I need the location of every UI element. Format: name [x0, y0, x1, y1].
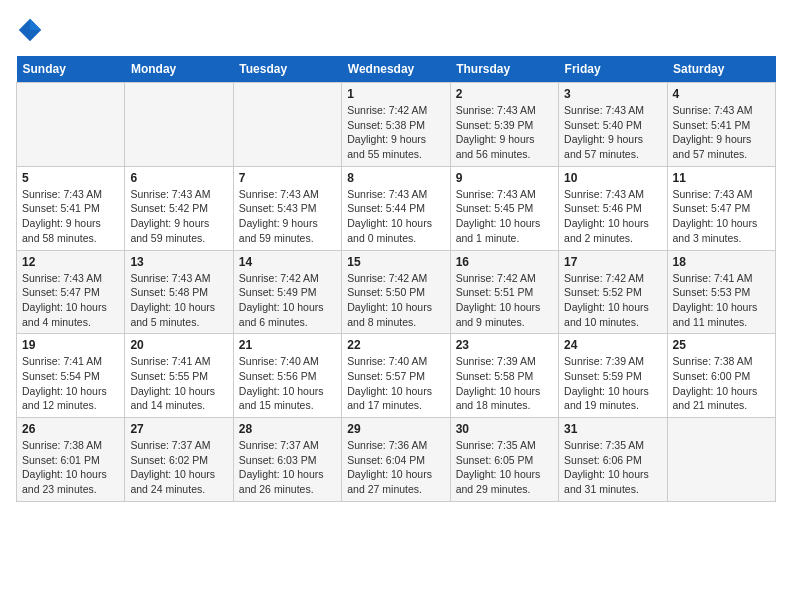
calendar-cell: 24Sunrise: 7:39 AM Sunset: 5:59 PM Dayli…	[559, 334, 667, 418]
day-info: Sunrise: 7:42 AM Sunset: 5:52 PM Dayligh…	[564, 271, 661, 330]
day-info: Sunrise: 7:40 AM Sunset: 5:57 PM Dayligh…	[347, 354, 444, 413]
day-info: Sunrise: 7:43 AM Sunset: 5:48 PM Dayligh…	[130, 271, 227, 330]
logo	[16, 16, 48, 44]
day-info: Sunrise: 7:41 AM Sunset: 5:53 PM Dayligh…	[673, 271, 770, 330]
calendar-header: SundayMondayTuesdayWednesdayThursdayFrid…	[17, 56, 776, 83]
calendar-cell: 10Sunrise: 7:43 AM Sunset: 5:46 PM Dayli…	[559, 166, 667, 250]
calendar-cell	[17, 83, 125, 167]
calendar-cell: 12Sunrise: 7:43 AM Sunset: 5:47 PM Dayli…	[17, 250, 125, 334]
day-info: Sunrise: 7:39 AM Sunset: 5:58 PM Dayligh…	[456, 354, 553, 413]
svg-marker-1	[30, 19, 41, 30]
day-info: Sunrise: 7:43 AM Sunset: 5:45 PM Dayligh…	[456, 187, 553, 246]
day-number: 10	[564, 171, 661, 185]
calendar-cell: 17Sunrise: 7:42 AM Sunset: 5:52 PM Dayli…	[559, 250, 667, 334]
day-info: Sunrise: 7:43 AM Sunset: 5:44 PM Dayligh…	[347, 187, 444, 246]
calendar-cell	[125, 83, 233, 167]
calendar-cell: 25Sunrise: 7:38 AM Sunset: 6:00 PM Dayli…	[667, 334, 775, 418]
day-info: Sunrise: 7:42 AM Sunset: 5:49 PM Dayligh…	[239, 271, 336, 330]
calendar-cell: 22Sunrise: 7:40 AM Sunset: 5:57 PM Dayli…	[342, 334, 450, 418]
day-number: 1	[347, 87, 444, 101]
calendar-cell: 8Sunrise: 7:43 AM Sunset: 5:44 PM Daylig…	[342, 166, 450, 250]
day-number: 22	[347, 338, 444, 352]
calendar-cell: 28Sunrise: 7:37 AM Sunset: 6:03 PM Dayli…	[233, 418, 341, 502]
calendar-cell	[667, 418, 775, 502]
calendar-body: 1Sunrise: 7:42 AM Sunset: 5:38 PM Daylig…	[17, 83, 776, 502]
day-number: 2	[456, 87, 553, 101]
day-info: Sunrise: 7:43 AM Sunset: 5:41 PM Dayligh…	[673, 103, 770, 162]
day-number: 21	[239, 338, 336, 352]
day-number: 4	[673, 87, 770, 101]
day-number: 5	[22, 171, 119, 185]
calendar-cell	[233, 83, 341, 167]
logo-icon	[16, 16, 44, 44]
calendar-cell: 5Sunrise: 7:43 AM Sunset: 5:41 PM Daylig…	[17, 166, 125, 250]
calendar-week-3: 12Sunrise: 7:43 AM Sunset: 5:47 PM Dayli…	[17, 250, 776, 334]
calendar-cell: 16Sunrise: 7:42 AM Sunset: 5:51 PM Dayli…	[450, 250, 558, 334]
weekday-header-row: SundayMondayTuesdayWednesdayThursdayFrid…	[17, 56, 776, 83]
day-number: 28	[239, 422, 336, 436]
day-info: Sunrise: 7:36 AM Sunset: 6:04 PM Dayligh…	[347, 438, 444, 497]
calendar-cell: 19Sunrise: 7:41 AM Sunset: 5:54 PM Dayli…	[17, 334, 125, 418]
day-number: 25	[673, 338, 770, 352]
day-number: 14	[239, 255, 336, 269]
day-info: Sunrise: 7:38 AM Sunset: 6:01 PM Dayligh…	[22, 438, 119, 497]
day-info: Sunrise: 7:42 AM Sunset: 5:50 PM Dayligh…	[347, 271, 444, 330]
calendar-cell: 15Sunrise: 7:42 AM Sunset: 5:50 PM Dayli…	[342, 250, 450, 334]
calendar-cell: 11Sunrise: 7:43 AM Sunset: 5:47 PM Dayli…	[667, 166, 775, 250]
weekday-header-thursday: Thursday	[450, 56, 558, 83]
day-info: Sunrise: 7:43 AM Sunset: 5:47 PM Dayligh…	[22, 271, 119, 330]
day-number: 12	[22, 255, 119, 269]
day-number: 23	[456, 338, 553, 352]
calendar-table: SundayMondayTuesdayWednesdayThursdayFrid…	[16, 56, 776, 502]
day-number: 18	[673, 255, 770, 269]
calendar-week-2: 5Sunrise: 7:43 AM Sunset: 5:41 PM Daylig…	[17, 166, 776, 250]
day-number: 31	[564, 422, 661, 436]
calendar-cell: 27Sunrise: 7:37 AM Sunset: 6:02 PM Dayli…	[125, 418, 233, 502]
day-info: Sunrise: 7:42 AM Sunset: 5:51 PM Dayligh…	[456, 271, 553, 330]
weekday-header-monday: Monday	[125, 56, 233, 83]
day-number: 11	[673, 171, 770, 185]
day-number: 20	[130, 338, 227, 352]
day-number: 27	[130, 422, 227, 436]
calendar-cell: 6Sunrise: 7:43 AM Sunset: 5:42 PM Daylig…	[125, 166, 233, 250]
weekday-header-tuesday: Tuesday	[233, 56, 341, 83]
calendar-cell: 31Sunrise: 7:35 AM Sunset: 6:06 PM Dayli…	[559, 418, 667, 502]
calendar-cell: 18Sunrise: 7:41 AM Sunset: 5:53 PM Dayli…	[667, 250, 775, 334]
day-info: Sunrise: 7:41 AM Sunset: 5:55 PM Dayligh…	[130, 354, 227, 413]
day-info: Sunrise: 7:35 AM Sunset: 6:06 PM Dayligh…	[564, 438, 661, 497]
day-info: Sunrise: 7:42 AM Sunset: 5:38 PM Dayligh…	[347, 103, 444, 162]
day-number: 19	[22, 338, 119, 352]
day-number: 29	[347, 422, 444, 436]
day-info: Sunrise: 7:39 AM Sunset: 5:59 PM Dayligh…	[564, 354, 661, 413]
day-number: 13	[130, 255, 227, 269]
day-info: Sunrise: 7:43 AM Sunset: 5:43 PM Dayligh…	[239, 187, 336, 246]
calendar-cell: 3Sunrise: 7:43 AM Sunset: 5:40 PM Daylig…	[559, 83, 667, 167]
day-info: Sunrise: 7:41 AM Sunset: 5:54 PM Dayligh…	[22, 354, 119, 413]
calendar-cell: 26Sunrise: 7:38 AM Sunset: 6:01 PM Dayli…	[17, 418, 125, 502]
day-number: 6	[130, 171, 227, 185]
day-info: Sunrise: 7:43 AM Sunset: 5:41 PM Dayligh…	[22, 187, 119, 246]
day-number: 3	[564, 87, 661, 101]
calendar-cell: 29Sunrise: 7:36 AM Sunset: 6:04 PM Dayli…	[342, 418, 450, 502]
weekday-header-saturday: Saturday	[667, 56, 775, 83]
calendar-week-5: 26Sunrise: 7:38 AM Sunset: 6:01 PM Dayli…	[17, 418, 776, 502]
calendar-cell: 4Sunrise: 7:43 AM Sunset: 5:41 PM Daylig…	[667, 83, 775, 167]
calendar-cell: 23Sunrise: 7:39 AM Sunset: 5:58 PM Dayli…	[450, 334, 558, 418]
day-number: 15	[347, 255, 444, 269]
weekday-header-friday: Friday	[559, 56, 667, 83]
day-info: Sunrise: 7:40 AM Sunset: 5:56 PM Dayligh…	[239, 354, 336, 413]
day-number: 16	[456, 255, 553, 269]
calendar-cell: 30Sunrise: 7:35 AM Sunset: 6:05 PM Dayli…	[450, 418, 558, 502]
day-info: Sunrise: 7:38 AM Sunset: 6:00 PM Dayligh…	[673, 354, 770, 413]
calendar-cell: 9Sunrise: 7:43 AM Sunset: 5:45 PM Daylig…	[450, 166, 558, 250]
calendar-week-4: 19Sunrise: 7:41 AM Sunset: 5:54 PM Dayli…	[17, 334, 776, 418]
calendar-cell: 13Sunrise: 7:43 AM Sunset: 5:48 PM Dayli…	[125, 250, 233, 334]
day-info: Sunrise: 7:37 AM Sunset: 6:02 PM Dayligh…	[130, 438, 227, 497]
calendar-cell: 7Sunrise: 7:43 AM Sunset: 5:43 PM Daylig…	[233, 166, 341, 250]
day-info: Sunrise: 7:43 AM Sunset: 5:47 PM Dayligh…	[673, 187, 770, 246]
calendar-cell: 20Sunrise: 7:41 AM Sunset: 5:55 PM Dayli…	[125, 334, 233, 418]
day-number: 8	[347, 171, 444, 185]
day-info: Sunrise: 7:43 AM Sunset: 5:40 PM Dayligh…	[564, 103, 661, 162]
day-number: 26	[22, 422, 119, 436]
day-number: 24	[564, 338, 661, 352]
